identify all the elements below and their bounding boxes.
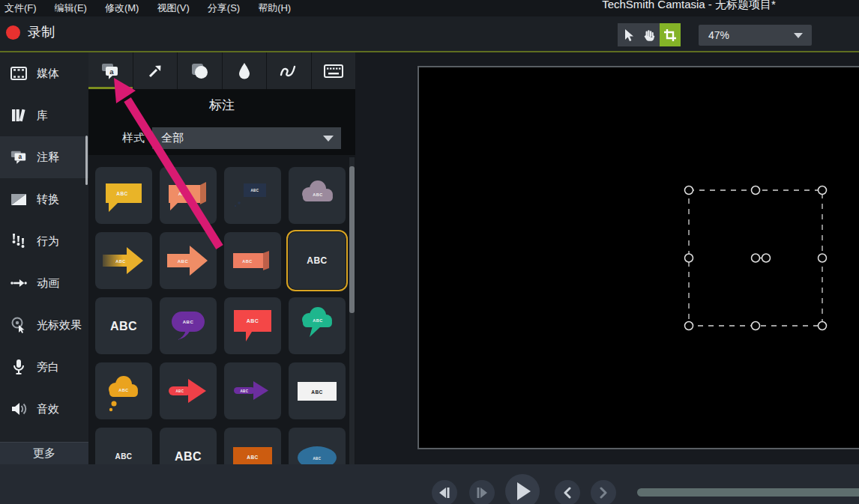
callout-thumbnail[interactable]: ABC	[160, 362, 217, 419]
tab-shapes[interactable]	[177, 52, 222, 89]
sidebar-item-library[interactable]: 库	[0, 94, 88, 136]
step-forward-button[interactable]	[469, 480, 495, 504]
crop-tool-button[interactable]	[660, 23, 681, 46]
sidebar: 媒体 库 a 注释 转换 行为 动画 光标效果 旁白	[0, 52, 88, 464]
svg-text:ABC: ABC	[178, 259, 189, 264]
callout-thumbnail[interactable]: ABC	[160, 232, 217, 289]
record-button[interactable]: 录制	[6, 23, 55, 41]
svg-text:ABC: ABC	[175, 450, 202, 463]
sidebar-item-voice[interactable]: 旁白	[0, 346, 88, 388]
menu-share[interactable]: 分享(S)	[208, 1, 240, 15]
record-label: 录制	[28, 23, 55, 41]
blur-tab-icon	[238, 62, 251, 80]
callout-shape: ABC	[160, 232, 217, 289]
callout-shape: ABC	[95, 362, 152, 419]
tab-callouts[interactable]: a	[88, 52, 133, 89]
menu-edit[interactable]: 编辑(E)	[55, 1, 87, 15]
callout-thumbnail[interactable]: ABC	[224, 232, 281, 289]
play-icon	[516, 482, 531, 500]
annotation-tabs: a	[88, 52, 355, 89]
hand-icon	[642, 28, 656, 42]
callout-thumbnail[interactable]: ABC	[95, 232, 152, 289]
play-button[interactable]	[505, 474, 540, 504]
shapes-tab-icon	[190, 62, 208, 80]
sidebar-item-cursor-effects[interactable]: 光标效果	[0, 304, 88, 346]
menu-file[interactable]: 文件(F)	[4, 1, 37, 15]
sidebar-item-annotations[interactable]: a 注释	[0, 136, 88, 178]
annotations-icon: a	[10, 149, 27, 166]
callout-shape: ABC	[224, 167, 281, 224]
menu-help[interactable]: 帮助(H)	[258, 1, 291, 15]
callout-shape: ABC	[160, 428, 217, 464]
callout-shape: ABC	[289, 362, 346, 419]
callout-thumbnail[interactable]: ABC	[289, 428, 346, 464]
sidebar-more-button[interactable]: 更多	[0, 442, 88, 464]
callout-thumbnail[interactable]: ABC	[95, 428, 152, 464]
sidebar-item-label: 行为	[37, 234, 59, 249]
callout-shape: ABC	[224, 297, 281, 354]
keystroke-tab-icon	[324, 64, 343, 78]
horizontal-scrollbar[interactable]	[637, 488, 859, 497]
callout-thumbnail[interactable]: ABC	[95, 362, 152, 419]
sidebar-item-label: 旁白	[37, 360, 59, 374]
panel-scrollbar-thumb[interactable]	[349, 166, 355, 313]
sidebar-scrollbar[interactable]	[85, 136, 88, 185]
pointer-tool-button[interactable]	[618, 23, 639, 46]
callout-thumbnail[interactable]: ABC	[160, 167, 217, 224]
svg-text:ABC: ABC	[242, 259, 252, 264]
callout-shape: ABC	[289, 232, 346, 289]
svg-text:ABC: ABC	[313, 192, 322, 197]
sidebar-item-behaviors[interactable]: 行为	[0, 220, 88, 262]
forward-button[interactable]	[591, 480, 616, 504]
style-dropdown[interactable]: 全部	[152, 127, 341, 149]
transitions-icon	[10, 191, 27, 207]
style-row: 样式 全部	[88, 121, 355, 155]
svg-text:ABC: ABC	[183, 320, 194, 324]
svg-text:a: a	[110, 67, 115, 75]
callout-thumbnail[interactable]: ABC	[224, 362, 281, 419]
svg-text:ABC: ABC	[307, 255, 328, 266]
menu-view[interactable]: 视图(V)	[157, 1, 189, 15]
callout-thumbnail[interactable]: ABC	[289, 297, 346, 354]
back-button[interactable]	[555, 480, 580, 504]
callout-thumbnail[interactable]: ABC	[95, 167, 152, 224]
sidebar-item-audio[interactable]: 音效	[0, 388, 88, 430]
svg-text:ABC: ABC	[240, 389, 248, 393]
tab-keystroke-callouts[interactable]	[311, 52, 356, 89]
tab-arrows-lines[interactable]	[133, 52, 178, 89]
tab-sketch-motion[interactable]	[266, 52, 311, 89]
callout-thumbnail[interactable]: ABC	[289, 167, 346, 224]
canvas[interactable]	[418, 66, 859, 449]
sketch-motion-tab-icon	[279, 64, 298, 79]
svg-text:ABC: ABC	[116, 191, 128, 196]
pan-tool-button[interactable]	[639, 23, 660, 46]
camtasia-window: 文件(F) 编辑(E) 修改(M) 视图(V) 分享(S) 帮助(H) Tech…	[0, 0, 859, 504]
callout-shape: ABC	[224, 362, 281, 419]
svg-text:ABC: ABC	[250, 189, 259, 192]
zoom-dropdown[interactable]: 47%	[699, 25, 812, 46]
svg-text:ABC: ABC	[115, 259, 125, 264]
sidebar-item-media[interactable]: 媒体	[0, 52, 88, 94]
svg-text:ABC: ABC	[118, 388, 128, 392]
previous-frame-icon	[438, 488, 450, 498]
previous-frame-button[interactable]	[432, 480, 457, 504]
sidebar-item-animations[interactable]: 动画	[0, 262, 88, 304]
menu-modify[interactable]: 修改(M)	[105, 1, 139, 15]
tab-blur-highlight[interactable]	[222, 52, 267, 89]
callout-thumbnail[interactable]: ABC	[289, 232, 346, 289]
callout-thumbnail[interactable]: ABC	[160, 297, 217, 354]
callout-thumbnail[interactable]: ABC	[289, 362, 346, 419]
selection-box[interactable]	[419, 67, 859, 448]
svg-text:ABC: ABC	[247, 318, 259, 324]
svg-text:ABC: ABC	[110, 320, 137, 333]
callout-tab-icon: a	[100, 63, 120, 79]
crop-icon	[663, 28, 677, 42]
svg-text:ABC: ABC	[175, 389, 184, 393]
callout-thumbnail[interactable]: ABC	[224, 428, 281, 464]
sidebar-item-transitions[interactable]: 转换	[0, 178, 88, 220]
callout-thumbnail[interactable]: ABC	[160, 428, 217, 464]
sidebar-item-label: 转换	[37, 192, 59, 207]
callout-thumbnail[interactable]: ABC	[224, 297, 281, 354]
callout-thumbnail[interactable]: ABC	[95, 297, 152, 354]
callout-thumbnail[interactable]: ABC	[224, 167, 281, 224]
